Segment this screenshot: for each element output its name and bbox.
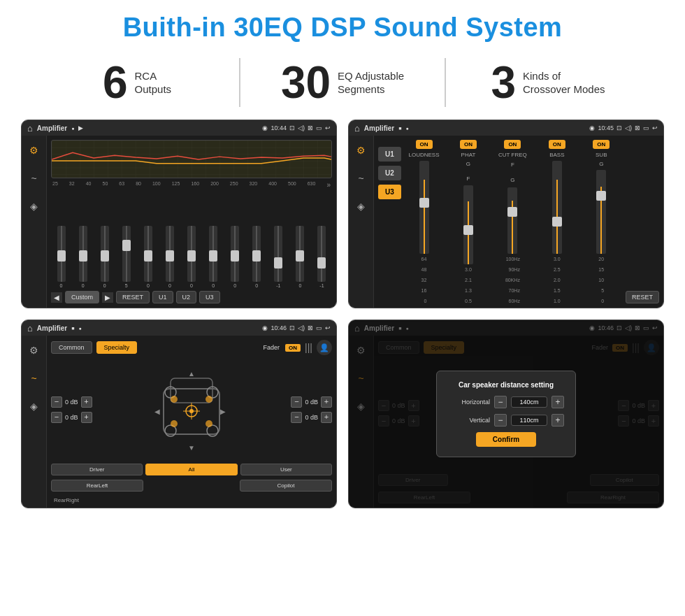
db-plus-2[interactable]: + [81,412,92,423]
speaker-icon-2[interactable]: ◈ [352,197,370,215]
home-icon-3[interactable] [27,323,33,334]
sub-slider[interactable] [596,170,606,254]
fader-bottom-buttons-2: RearLeft Copilot [51,480,332,492]
box-icon-3: ⊠ [308,324,313,331]
slider-track-4[interactable] [122,226,131,282]
cutfreq-toggle[interactable]: ON [504,140,521,149]
slider-col-1: 0 [51,226,71,288]
home-icon[interactable] [27,123,33,134]
bass-nums: 3.02.52.01.51.0 [554,257,561,303]
db-minus-1[interactable]: − [51,396,62,408]
wave-icon[interactable]: ~ [25,169,43,187]
db-value-4: 0 dB [305,414,318,421]
fader-status-icons: ◉ 10:46 ⊡ ◁) ⊠ ▭ ↩ [262,324,331,331]
db-value-3: 0 dB [305,399,318,406]
eq-reset-btn[interactable]: RESET [116,291,150,303]
dialog-overlay: Car speaker distance setting Horizontal … [349,320,663,508]
rearleft-btn[interactable]: RearLeft [51,480,143,492]
dialog-vertical-plus[interactable]: + [551,414,564,427]
back-icon-2[interactable]: ↩ [652,124,658,131]
u2-btn[interactable]: U2 [378,166,401,180]
speaker-icon-3[interactable]: ◈ [25,397,43,415]
bass-toggle[interactable]: ON [549,140,565,149]
driver-btn[interactable]: Driver [51,464,143,475]
phat-toggle[interactable]: ON [460,140,477,149]
eq-next-btn[interactable]: ▶ [102,292,113,303]
ctrl-bass: ON BASS 3.02.52.01.51.0 [537,140,577,303]
u3-btn[interactable]: U3 [378,185,401,199]
copilot-btn[interactable]: Copilot [240,480,332,492]
slider-track-2[interactable] [79,226,87,282]
db-plus-3[interactable]: + [321,396,332,408]
fader-specialty-tab[interactable]: Specialty [96,341,138,354]
fader-center-diagram: ▲ ▼ ◀ ▶ [99,359,284,459]
cam-icon: ⊡ [289,124,295,131]
speaker-icon[interactable]: ◈ [25,197,43,215]
cam-icon-2: ⊡ [616,124,622,131]
dialog-vertical-minus[interactable]: − [494,414,507,427]
dialog-confirm-button[interactable]: Confirm [476,432,536,447]
slider-track-9[interactable] [231,226,239,282]
dialog-horizontal-plus[interactable]: + [551,396,564,408]
eq-icon-3[interactable]: ⚙ [25,341,43,359]
slider-track-12[interactable] [296,226,304,282]
loudness-toggle[interactable]: ON [416,140,433,149]
slider-col-8: 0 [203,226,224,288]
db-plus-4[interactable]: + [321,412,332,423]
eq-u1-btn[interactable]: U1 [152,291,173,303]
db-minus-3[interactable]: − [291,396,302,408]
db-value-2: 0 dB [65,414,78,421]
svg-text:▶: ▶ [220,408,226,415]
slider-track-8[interactable] [209,226,217,282]
back-icon-3[interactable]: ↩ [325,324,331,331]
slider-track-6[interactable] [166,226,174,282]
pin-icon-3: ◉ [262,324,268,331]
slider-track-13[interactable] [317,226,326,282]
slider-val-3: 0 [103,283,106,288]
eq-u2-btn[interactable]: U2 [176,291,197,303]
user-btn[interactable]: User [240,464,332,475]
sub-toggle[interactable]: ON [593,140,610,149]
slider-col-11: -1 [268,226,289,288]
dialog-horizontal-row: Horizontal − 140cm + [448,396,564,408]
fader-app-name: Amplifier [37,324,67,332]
cutfreq-slider[interactable] [507,187,517,254]
loudness-nums: 644832160 [421,257,427,303]
slider-track-5[interactable] [144,226,152,282]
stat-rca-label: RCAOutputs [135,69,172,96]
eq-icon-active[interactable]: ⚙ [25,141,43,159]
wave-icon-3[interactable]: ~ [25,369,43,387]
crossover-reset-btn[interactable]: RESET [626,291,659,303]
eq-screen: Amplifier ● ▶ ◉ 10:44 ⊡ ◁) ⊠ ▭ ↩ [21,120,337,308]
eq-custom-btn[interactable]: Custom [65,291,99,303]
eq-sliders: 0 0 0 5 [51,191,332,288]
loudness-slider[interactable] [419,161,429,254]
slider-track-10[interactable] [252,226,261,282]
db-minus-2[interactable]: − [51,412,62,423]
stats-row: 6 RCAOutputs 30 EQ AdjustableSegments 3 … [0,51,685,120]
fader-common-tab[interactable]: Common [51,341,92,354]
eq-icon-2[interactable]: ⚙ [352,141,370,159]
all-btn[interactable]: All [145,464,237,475]
eq-time: 10:44 [271,124,287,131]
eq-u3-btn[interactable]: U3 [199,291,220,303]
fader-dot2: ● [78,326,81,331]
u-buttons: U1 U2 U3 [378,140,401,303]
back-icon[interactable]: ↩ [325,124,331,131]
phat-slider[interactable] [463,185,473,264]
slider-track-1[interactable] [57,226,66,282]
db-minus-4[interactable]: − [291,412,302,423]
db-plus-1[interactable]: + [81,396,92,408]
db-value-1: 0 dB [65,399,78,406]
eq-prev-btn[interactable]: ◀ [51,292,62,303]
stat-crossover-number: 3 [491,60,516,105]
slider-track-11[interactable] [274,226,282,282]
dialog-horizontal-label: Horizontal [448,399,490,406]
wave-icon-2[interactable]: ~ [352,169,370,187]
dialog-horizontal-minus[interactable]: − [494,396,507,408]
slider-track-3[interactable] [101,226,109,282]
u1-btn[interactable]: U1 [378,147,401,162]
bass-slider[interactable] [552,161,562,254]
slider-track-7[interactable] [187,226,196,282]
home-icon-2[interactable] [354,123,360,134]
